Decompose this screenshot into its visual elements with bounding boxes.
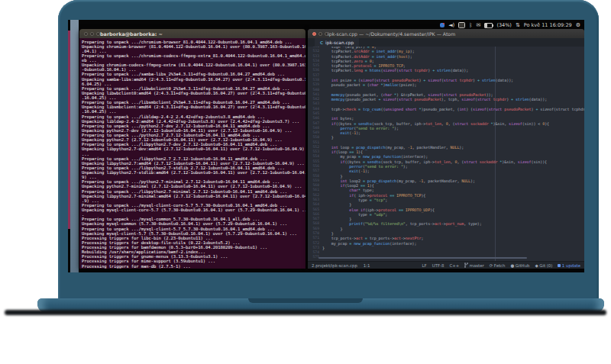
- atom-window-title: ipk-scan.cpp — ~/Dokumenty/4.semester/IP…: [328, 31, 455, 37]
- minimize-button[interactable]: [90, 32, 94, 36]
- terminal-line: Unpacking mysql-client-core-5.7 (5.7.30-…: [82, 208, 306, 212]
- status-bar: 2.projekt/ipk-scan.cpp 1:1 LF UTF-8 C++ …: [308, 261, 584, 269]
- terminal-line: Unpacking python2.7-minimal (2.7.12-1ubu…: [82, 184, 306, 188]
- terminal-line: Preparing to unpack .../libwbclient0_2%3…: [82, 86, 306, 91]
- input-source-icon[interactable]: [440, 23, 445, 27]
- minimize-button[interactable]: [318, 32, 322, 36]
- close-button[interactable]: [312, 32, 316, 36]
- atom-window-buttons: [312, 32, 328, 36]
- terminal-output[interactable]: Preparing to unpack .../chromium-browser…: [79, 38, 306, 269]
- branch-icon: [464, 263, 468, 268]
- github-button[interactable]: ● GitHub: [510, 263, 529, 268]
- terminal-line: Preparing to unpack .../mysql-client-5.7…: [82, 227, 306, 231]
- terminal-window-buttons: [84, 32, 100, 36]
- clock-label[interactable]: Po kvě 11 16:09:29: [524, 22, 572, 28]
- laptop-lid-notch: [248, 298, 363, 303]
- terminal-line: Preparing to unpack .../chromium-codecs-…: [82, 53, 306, 58]
- unity-launcher-strip[interactable]: [70, 20, 79, 272]
- volume-icon[interactable]: ◄): [448, 23, 454, 28]
- tab-ipk-scan-cpp[interactable]: C ipk-scan.cpp: [315, 38, 359, 47]
- bluetooth-icon[interactable]: ᛒ: [469, 23, 472, 28]
- laptop-mockup: ◄) ᛒ ✉ (34%) ⇅ Po kvě 11 16:09:29 ⚙ barb…: [0, 0, 611, 364]
- git-branch-indicator[interactable]: master: [464, 263, 484, 268]
- network-icon[interactable]: ⇅: [516, 23, 520, 28]
- terminal-line: Unpacking samba-libs:amd64 (2:4.3.11+dfs…: [82, 77, 306, 82]
- code-lines: 531 sign *(arg_ptr) = 0;532 tcpPacket.sr…: [308, 47, 584, 260]
- terminal-line: Unpacking mysql-common (5.7.30-0ubuntu0.…: [82, 221, 306, 226]
- grammar-indicator[interactable]: C++: [449, 263, 459, 268]
- keyboard-indicator-icon[interactable]: [458, 22, 465, 28]
- terminal-line: Unpacking libpython2.7-stdlib:amd64 (2.7…: [82, 170, 306, 175]
- tab-label: ipk-scan.cpp: [325, 40, 354, 45]
- cpp-file-icon: C: [320, 40, 323, 45]
- git-icon: ◆: [535, 263, 538, 268]
- file-path[interactable]: 2.projekt/ipk-scan.cpp: [312, 263, 357, 268]
- encoding-indicator[interactable]: UTF-8: [432, 263, 445, 268]
- session-gear-icon[interactable]: ⚙: [576, 23, 580, 28]
- mail-icon[interactable]: ✉: [477, 23, 481, 28]
- terminal-line: Unpacking libldap-2.4-2:amd64 (2.4.42+df…: [82, 119, 306, 124]
- terminal-line: Preparing to unpack .../libpython2.7-min…: [82, 189, 306, 194]
- terminal-line: Unpacking libpython2.7-dev:amd64 (2.7.12…: [82, 147, 306, 151]
- terminal-line: Unpacking chromium-browser (81.0.4044.12…: [82, 44, 306, 49]
- atom-titlebar[interactable]: ipk-scan.cpp — ~/Dokumenty/4.semester/IP…: [308, 29, 584, 38]
- github-icon: ●: [510, 263, 514, 268]
- terminal-line: Preparing to unpack .../chromium-browser…: [82, 40, 306, 44]
- terminal-titlebar[interactable]: barborka@barborka: ~: [79, 29, 306, 38]
- horizontal-scrollbar[interactable]: [318, 257, 527, 259]
- terminal-line: Unpacking mysql-client-5.7 (5.7.30-0ubun…: [82, 231, 306, 236]
- atom-window: ipk-scan.cpp — ~/Dokumenty/4.semester/IP…: [308, 29, 584, 269]
- cursor-position[interactable]: 1:1: [364, 263, 370, 268]
- code-line: 542 memcpy(pseudo_packet + sizeof(struct…: [308, 97, 584, 101]
- background-window-edge: [68, 31, 70, 229]
- battery-percentage: (34%): [496, 22, 512, 28]
- terminal-window: barborka@barborka: ~ Preparing to unpack…: [79, 29, 306, 269]
- terminal-title: barborka@barborka: ~: [100, 31, 163, 37]
- close-button[interactable]: [84, 32, 88, 36]
- terminal-line: Processing triggers for man-db (2.7.5-1)…: [82, 264, 306, 269]
- code-line: 544 tcph->check = tcp_csum((unsigned sho…: [308, 107, 584, 111]
- terminal-line: Unpacking libpython2.7-minimal:amd64 (2.…: [82, 194, 306, 198]
- terminal-line: Preparing to unpack .../samba-libs_2%3a4…: [82, 72, 306, 76]
- git-panel-button[interactable]: ◆ Git (0): [535, 263, 552, 268]
- line-ending-indicator[interactable]: LF: [422, 263, 427, 268]
- laptop-shadow: [5, 310, 606, 315]
- package-icon: [558, 264, 561, 267]
- code-editor[interactable]: 531 sign *(arg_ptr) = 0;532 tcpPacket.sr…: [308, 47, 584, 261]
- terminal-line: Unpacking libpython2.7:amd64 (2.7.12-1ub…: [82, 161, 306, 166]
- battery-icon[interactable]: [484, 23, 493, 28]
- fetch-button[interactable]: ⟳ Fetch: [490, 263, 506, 268]
- sync-icon: ⟳: [490, 263, 493, 268]
- update-indicator[interactable]: 1 update: [558, 263, 580, 268]
- laptop-screen: ◄) ᛒ ✉ (34%) ⇅ Po kvě 11 16:09:29 ⚙ barb…: [68, 20, 584, 272]
- tab-bar: C ipk-scan.cpp: [308, 38, 584, 47]
